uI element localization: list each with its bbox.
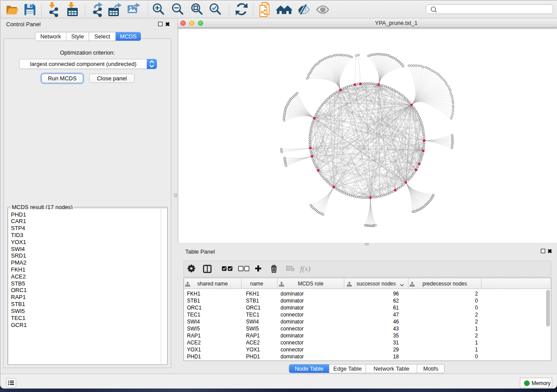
svg-text:f(x): f(x) [300, 265, 311, 273]
